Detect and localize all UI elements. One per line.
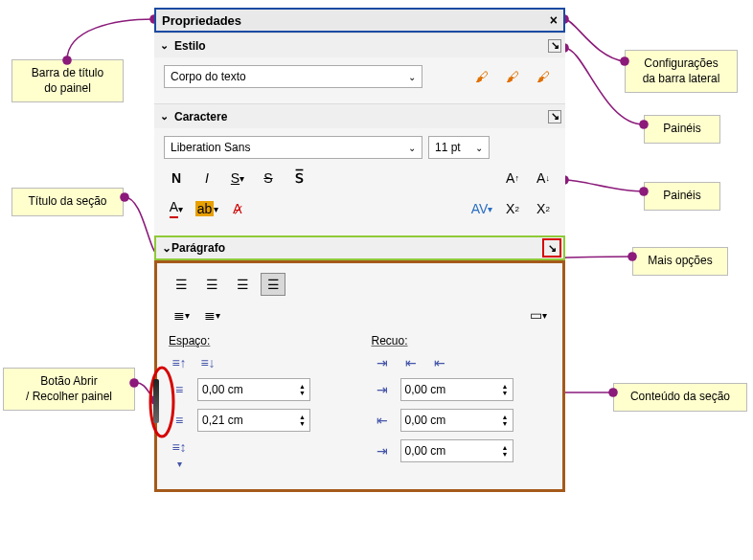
align-left-button[interactable]: ☰	[169, 273, 194, 296]
callout-section-title: Título da seção	[11, 188, 124, 216]
spacing-label: Espaço:	[169, 334, 349, 347]
font-color-button[interactable]: A ▾	[164, 197, 189, 220]
panel-title-text: Propriedades	[162, 13, 241, 28]
decrease-spacing-icon[interactable]: ≡↓	[197, 355, 218, 370]
decrease-indent-icon[interactable]: ⇤	[400, 355, 422, 370]
indent-left-input[interactable]: 0,00 cm▲▼	[400, 378, 513, 401]
number-list-button[interactable]: ≣ ▾	[199, 303, 224, 326]
section-body-caractere: Liberation Sans ⌄ 11 pt ⌄ N I S ▾ S S̅ A…	[154, 128, 565, 235]
bold-button[interactable]: N	[164, 167, 189, 190]
increase-indent-icon[interactable]: ⇥	[372, 355, 393, 370]
indent-right-icon: ⇤	[372, 413, 393, 428]
callout-sidebar-cfg: Configuraçõesda barra lateral	[625, 50, 738, 93]
overline-button[interactable]: S̅	[286, 167, 311, 190]
superscript-button[interactable]: X2	[500, 197, 525, 220]
space-below-input[interactable]: 0,21 cm▲▼	[197, 409, 310, 432]
strike-button[interactable]: S	[256, 167, 281, 190]
clear-format-button[interactable]: A̷	[225, 197, 250, 220]
edit-style-button[interactable]: 🖌	[531, 65, 556, 88]
bullet-list-button[interactable]: ≣ ▾	[169, 303, 194, 326]
align-right-button[interactable]: ☰	[230, 273, 255, 296]
italic-button[interactable]: I	[194, 167, 219, 190]
chevron-down-icon: ⌄	[160, 110, 169, 123]
underline-button[interactable]: S ▾	[225, 167, 250, 190]
callout-panels1: Painéis	[644, 115, 720, 144]
indent-first-icon: ⇥	[372, 443, 393, 459]
chevron-down-icon: ⌄	[162, 241, 171, 255]
section-body-paragrafo: ☰ ☰ ☰ ☰ ≣ ▾ ≣ ▾ ▭ ▾ Espaço: ≡↑ ≡↓ ≡ 0,00…	[154, 260, 565, 492]
callout-more: Mais opções	[632, 247, 728, 276]
section-header-paragrafo[interactable]: ⌄ Parágrafo ↘	[154, 235, 565, 260]
indent-right-input[interactable]: 0,00 cm▲▼	[400, 409, 513, 432]
callout-content: Conteúdo da seção	[613, 383, 747, 412]
paragraph-style-dropdown[interactable]: Corpo do texto ⌄	[164, 65, 422, 88]
bgcolor-button[interactable]: ▭ ▾	[526, 303, 551, 326]
more-options-paragrafo[interactable]: ↘	[542, 238, 561, 258]
section-title-estilo: Estilo	[174, 39, 206, 53]
callout-panels2: Painéis	[644, 182, 720, 211]
line-spacing-button[interactable]: ≡↕ ▾	[169, 439, 190, 470]
section-header-estilo[interactable]: ⌄ Estilo ↘	[154, 33, 565, 57]
align-center-button[interactable]: ☰	[199, 273, 224, 296]
indent-firstline-input[interactable]: 0,00 cm▲▼	[400, 439, 513, 462]
increase-font-button[interactable]: A↑	[500, 167, 525, 190]
callout-title-bar: Barra de títulodo painel	[11, 59, 124, 102]
new-style-button[interactable]: 🖌	[469, 65, 494, 88]
decrease-font-button[interactable]: A↓	[531, 167, 556, 190]
indent-left-icon: ⇥	[372, 382, 393, 397]
space-above-input[interactable]: 0,00 cm▲▼	[197, 378, 310, 401]
indent-label: Recuo:	[372, 334, 552, 347]
font-size-dropdown[interactable]: 11 pt ⌄	[428, 136, 490, 159]
panel-title-bar: Propriedades ×	[154, 8, 565, 33]
hanging-indent-icon[interactable]: ⇤	[429, 355, 450, 370]
paragraph-style-value: Corpo do texto	[171, 70, 246, 83]
subscript-button[interactable]: X2	[531, 197, 556, 220]
font-size-value: 11 pt	[435, 141, 461, 154]
highlight-button[interactable]: ab ▾	[194, 197, 219, 220]
close-icon[interactable]: ×	[550, 12, 558, 28]
spacing-button[interactable]: A͏V ▾	[469, 197, 494, 220]
align-justify-button[interactable]: ☰	[261, 273, 285, 296]
section-body-estilo: Corpo do texto ⌄ 🖌 🖌 🖌	[154, 57, 565, 103]
properties-panel: Propriedades × ⌄ Estilo ↘ Corpo do texto…	[154, 8, 565, 492]
callout-toggle: Botão Abrir/ Recolher painel	[3, 368, 135, 411]
chevron-down-icon: ⌄	[160, 39, 169, 52]
section-title-paragrafo: Parágrafo	[171, 241, 225, 255]
section-title-caractere: Caractere	[174, 110, 227, 123]
more-options-estilo[interactable]: ↘	[548, 39, 561, 53]
font-name-dropdown[interactable]: Liberation Sans ⌄	[164, 136, 422, 159]
more-options-caractere[interactable]: ↘	[548, 110, 561, 123]
section-header-caractere[interactable]: ⌄ Caractere ↘	[154, 103, 565, 128]
update-style-button[interactable]: 🖌	[500, 65, 525, 88]
collapse-handle[interactable]	[153, 379, 159, 423]
font-name-value: Liberation Sans	[171, 141, 250, 154]
